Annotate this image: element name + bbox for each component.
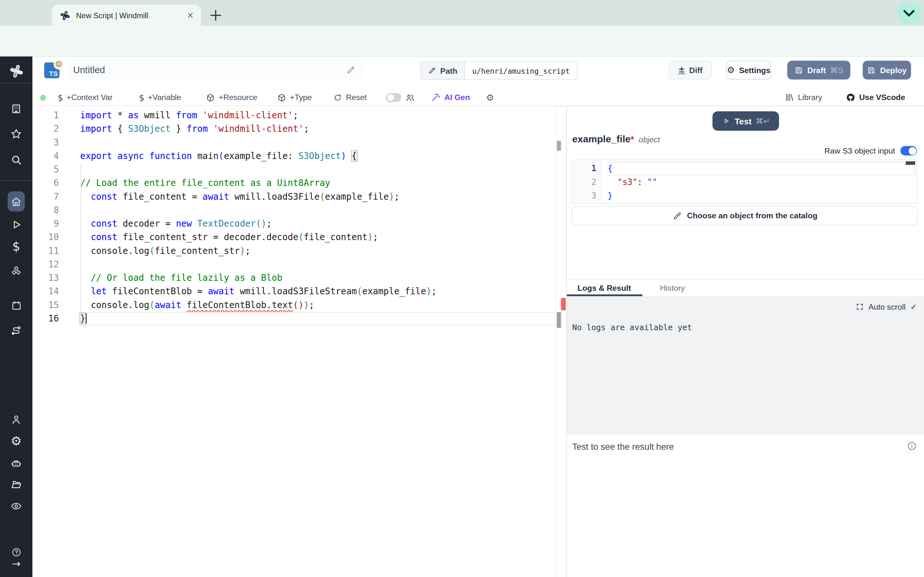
code-line[interactable]: const file_content_str = decoder.decode(… bbox=[80, 231, 556, 244]
code-line[interactable] bbox=[80, 258, 556, 271]
code-line[interactable] bbox=[80, 163, 556, 177]
robot-icon bbox=[10, 456, 23, 469]
code-line[interactable]: console.log(file_content_str); bbox=[80, 244, 556, 258]
code-line[interactable]: "s3": "" bbox=[607, 175, 916, 189]
indent-guide bbox=[81, 163, 81, 312]
sidebar-item-home[interactable] bbox=[0, 195, 32, 208]
json-content[interactable]: { "s3": ""} bbox=[602, 160, 916, 203]
ai-gen-button[interactable]: AI Gen bbox=[431, 89, 470, 105]
sidebar-divider bbox=[0, 83, 32, 84]
sidebar-item-building[interactable] bbox=[0, 102, 32, 115]
deploy-button[interactable]: Deploy bbox=[863, 61, 911, 79]
argument-type: object bbox=[639, 135, 660, 144]
add-context-var-button[interactable]: $ +Context Var bbox=[58, 89, 113, 105]
sidebar-item-calendar[interactable] bbox=[0, 300, 32, 311]
info-icon[interactable] bbox=[907, 441, 917, 451]
code-line[interactable]: // Load the entire file_content as a Uin… bbox=[80, 177, 556, 190]
sidebar-item-search[interactable] bbox=[0, 153, 32, 166]
sidebar-item-eye[interactable] bbox=[0, 500, 32, 512]
raw-s3-toggle[interactable] bbox=[901, 146, 917, 155]
code-line[interactable]: let fileContentBlob = await wmill.loadS3… bbox=[80, 285, 556, 298]
folder-icon bbox=[10, 478, 23, 490]
error-overview-mark bbox=[561, 298, 566, 310]
multiplayer-toggle[interactable] bbox=[386, 89, 415, 105]
dollar-icon: $ bbox=[139, 93, 144, 102]
argument-header: example_file* object bbox=[572, 134, 660, 145]
code-line[interactable]: import * as wmill from 'windmill-client'… bbox=[80, 109, 556, 122]
diff-button[interactable]: ± Diff bbox=[669, 61, 712, 79]
sidebar-item-folder[interactable] bbox=[0, 478, 32, 490]
check-icon: ✓ bbox=[910, 302, 917, 311]
code-line[interactable]: export async function main(example_file:… bbox=[80, 150, 556, 163]
editor-settings-button[interactable]: ⚙ bbox=[486, 89, 494, 105]
line-number: 2 bbox=[32, 122, 59, 136]
use-vscode-button[interactable]: Use VScode bbox=[846, 89, 905, 105]
add-type-button[interactable]: +Type bbox=[277, 89, 312, 105]
edit-title-pencil-icon[interactable] bbox=[346, 65, 355, 75]
sidebar-item-route[interactable] bbox=[0, 324, 32, 337]
sidebar-item-windmill-logo[interactable] bbox=[0, 64, 32, 78]
code-line[interactable]: } bbox=[80, 312, 556, 326]
code-pane[interactable]: import * as wmill from 'windmill-client'… bbox=[59, 106, 556, 577]
sidebar-item-help[interactable] bbox=[0, 547, 32, 558]
reset-button[interactable]: Reset bbox=[333, 89, 367, 105]
tab-history[interactable]: History bbox=[660, 279, 685, 297]
edit-path-pencil-icon bbox=[428, 67, 436, 75]
settings-button[interactable]: ⚙ Settings bbox=[726, 61, 771, 79]
sidebar-item-play[interactable] bbox=[0, 218, 32, 231]
code-line[interactable]: { bbox=[607, 162, 915, 175]
chevron-down-icon bbox=[898, 2, 920, 24]
line-number: 13 bbox=[32, 271, 59, 285]
sidebar-item-robot[interactable] bbox=[0, 456, 32, 469]
sidebar-item-user[interactable] bbox=[0, 413, 32, 425]
screen: New Script | Windmill app.windmill.dev/s… bbox=[0, 0, 924, 577]
add-resource-button[interactable]: +Resource bbox=[206, 89, 257, 105]
sidebar-item-cubes[interactable] bbox=[0, 265, 32, 277]
draft-button[interactable]: Draft ⌘S bbox=[787, 61, 851, 79]
code-line[interactable]: // Or load the file lazily as a Blob bbox=[80, 271, 556, 285]
expand-icon[interactable] bbox=[855, 303, 864, 311]
line-number: 5 bbox=[32, 163, 59, 177]
code-line[interactable]: const decoder = new TextDecoder(); bbox=[80, 218, 556, 231]
json-input-editor[interactable]: 123 { "s3": ""} bbox=[572, 160, 917, 204]
auto-scroll-control[interactable]: Auto scroll ✓ bbox=[855, 302, 917, 311]
tab-close-icon[interactable] bbox=[186, 11, 195, 20]
library-button[interactable]: Library bbox=[784, 89, 822, 105]
browser-tab[interactable]: New Script | Windmill bbox=[52, 5, 201, 26]
sidebar-item-arrow-right[interactable]: → bbox=[0, 559, 32, 568]
sidebar-item-dollar[interactable]: $ bbox=[0, 240, 32, 253]
toggle-off[interactable] bbox=[386, 93, 401, 102]
code-line[interactable] bbox=[80, 136, 556, 149]
sidebar-item-gear[interactable]: ⚙ bbox=[0, 435, 32, 447]
code-line[interactable]: console.log(await fileContentBlob.text()… bbox=[80, 298, 556, 312]
eye-icon bbox=[10, 500, 23, 512]
tab-search-button[interactable] bbox=[898, 3, 920, 23]
line-number: 8 bbox=[32, 204, 59, 218]
code-line[interactable]: } bbox=[607, 189, 916, 203]
code-editor[interactable]: 12345678910111213141516 import * as wmil… bbox=[32, 106, 556, 577]
add-variable-button[interactable]: $ +Variable bbox=[139, 89, 181, 105]
path-value: u/henri/amusing_script bbox=[465, 62, 577, 79]
package-icon bbox=[206, 93, 215, 102]
code-line[interactable]: const file_content = await wmill.loadS3F… bbox=[80, 190, 556, 203]
logs-panel: Auto scroll ✓ No logs are available yet bbox=[567, 296, 924, 434]
script-title-input[interactable]: Untitled bbox=[66, 60, 363, 81]
scrollbar-mark bbox=[557, 141, 561, 151]
cubes-icon bbox=[10, 265, 23, 277]
gear-icon: ⚙ bbox=[727, 65, 735, 75]
code-line[interactable]: import { S3Object } from 'windmill-clien… bbox=[80, 122, 556, 136]
line-number: 10 bbox=[32, 231, 59, 244]
path-label: Path bbox=[440, 66, 457, 75]
test-button[interactable]: Test ⌘↵ bbox=[712, 111, 779, 131]
result-tabs: Logs & Result History bbox=[567, 279, 924, 296]
path-field[interactable]: Path u/henri/amusing_script bbox=[420, 61, 577, 80]
code-line[interactable] bbox=[80, 204, 556, 218]
sidebar-item-star[interactable] bbox=[0, 127, 32, 140]
choose-object-button[interactable]: Choose an object from the catalog bbox=[572, 206, 918, 226]
new-tab-button[interactable] bbox=[208, 7, 224, 23]
save-icon bbox=[795, 66, 803, 75]
json-line-number: 2 bbox=[572, 175, 596, 189]
user-icon bbox=[10, 413, 23, 425]
emoji-badge-icon: ☺ bbox=[53, 60, 63, 69]
help-icon bbox=[11, 547, 21, 558]
